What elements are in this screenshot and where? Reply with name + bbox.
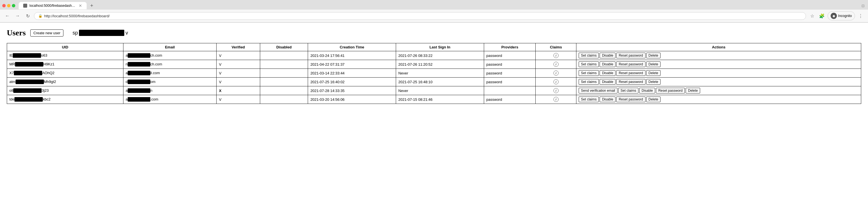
email-prefix: d [126,80,128,84]
claims-info-icon[interactable]: i [554,62,559,67]
disable-button[interactable]: Disable [600,53,616,58]
forward-button[interactable]: → [13,12,22,20]
new-tab-button[interactable]: + [88,2,96,10]
uid-suffix: Mh9gt2 [44,80,56,84]
url-bar[interactable]: 🔒 http://localhost:5000/firebasedashboar… [34,12,806,20]
maximize-window-button[interactable] [12,4,15,7]
email-redacted [128,53,150,58]
set-claims-button[interactable]: Set claims [579,61,599,67]
email-cell: a.com [123,95,217,104]
creation-time-cell: 2021-07-28 14:33:35 [308,86,396,95]
set-claims-button[interactable]: Set claims [579,79,599,85]
disabled-cell [260,86,308,95]
back-button[interactable]: ← [3,12,11,20]
last-sign-in-cell: 2021-07-26 08:33:22 [396,51,484,60]
disable-button[interactable]: Disable [600,79,616,85]
providers-cell: password [484,60,536,69]
verified-check-indicator: V [219,80,221,84]
tab-close-icon[interactable]: ✕ [79,4,82,8]
create-new-user-button[interactable]: Create new user [30,29,63,36]
reset-password-button[interactable]: Reset password [616,61,645,67]
claims-info-icon[interactable]: i [554,53,559,58]
table-header-row: UID Email Verified Disabled Creation Tim… [7,43,861,51]
claims-info-icon[interactable]: i [554,70,559,75]
set-claims-button[interactable]: Set claims [579,70,599,76]
claims-cell: i [536,95,577,104]
set-claims-button[interactable]: Set claims [579,97,599,102]
nav-right-controls: ☆ 🧩 ☻ Incognito ⋮ [808,11,865,20]
verified-x-indicator: X [219,89,221,93]
email-cell: an [123,86,217,95]
col-header-creation: Creation Time [308,43,396,51]
reset-password-button[interactable]: Reset password [616,97,645,102]
extensions-icon[interactable]: 🧩 [818,12,826,20]
disabled-cell [260,69,308,77]
reset-password-button[interactable]: Reset password [656,88,685,93]
uid-cell: o83j23 [7,86,123,95]
tab-title: localhost:5000/firebasedashb... [29,4,76,8]
email-redacted [128,88,150,93]
last-sign-in-cell: Never [396,69,484,77]
providers-cell: password [484,95,536,104]
uid-prefix: tde [9,97,14,101]
nav-bar: ← → ↻ 🔒 http://localhost:5000/firebaseda… [0,10,868,22]
uid-cell: MRH9Kz1 [7,60,123,69]
claims-info-icon[interactable]: i [554,88,559,93]
uid-prefix: X7 [9,71,14,75]
col-header-providers: Providers [484,43,536,51]
disable-button[interactable]: Disable [639,88,655,93]
reset-password-button[interactable]: Reset password [616,70,645,76]
refresh-button[interactable]: ↻ [24,12,32,20]
delete-button[interactable]: Delete [646,61,661,67]
delete-button[interactable]: Delete [646,53,661,58]
set-claims-button[interactable]: Set claims [579,53,599,58]
reset-password-button[interactable]: Reset password [616,79,645,85]
delete-button[interactable]: Delete [646,70,661,76]
reset-password-button[interactable]: Reset password [616,53,645,58]
claims-info-icon[interactable]: i [554,79,559,84]
set-claims-button[interactable]: Set claims [618,88,639,93]
search-prefix: sp [72,30,78,36]
window-controls-icon: ⊡ [860,3,866,8]
lock-icon: 🔒 [38,14,42,18]
claims-info-icon[interactable]: i [554,97,559,102]
delete-button[interactable]: Delete [646,97,661,102]
disabled-cell [260,60,308,69]
url-text: http://localhost:5000/firebasedashboard/ [44,14,110,18]
col-header-disabled: Disabled [260,43,308,51]
last-sign-in-cell: 2021-07-25 16:48:10 [396,77,484,86]
tab-bar: localhost:5000/firebasedashb... ✕ + ⊡ [0,0,868,10]
verified-cell: V [217,51,260,60]
incognito-label: Incognito [838,14,852,18]
table-row: X7AOhQ2ail.comV2021-03-14 22:33:44Neverp… [7,69,861,77]
verified-check-indicator: V [219,71,221,75]
email-suffix: ch.com [150,62,162,66]
more-options-icon[interactable]: ⋮ [857,12,865,20]
providers-cell: password [484,77,536,86]
uid-prefix: MR [9,62,15,66]
bookmark-icon[interactable]: ☆ [808,12,816,20]
delete-button[interactable]: Delete [686,88,700,93]
email-prefix: a [126,88,128,93]
creation-time-cell: 2021-04-22 07:31:37 [308,60,396,69]
actions-cell: Set claimsDisableReset passwordDelete [577,95,861,104]
uid-prefix: IE [9,53,13,58]
table-row: MRH9Kz1nch.comV2021-04-22 07:31:372021-0… [7,60,861,69]
disable-button[interactable]: Disable [600,70,616,76]
close-window-button[interactable] [2,4,6,7]
col-header-uid: UID [7,43,123,51]
incognito-button[interactable]: ☻ Incognito [828,11,855,20]
disabled-cell [260,95,308,104]
disable-button[interactable]: Disable [600,61,616,67]
delete-button[interactable]: Delete [646,79,661,85]
disable-button[interactable]: Disable [600,97,616,102]
active-tab[interactable]: localhost:5000/firebasedashb... ✕ [19,2,87,9]
table-row: o83j23anX2021-07-28 14:33:35NeveriSend v… [7,86,861,95]
minimize-window-button[interactable] [7,4,10,7]
verified-check-indicator: V [219,97,221,102]
search-suffix: v [125,30,128,36]
search-redacted [79,30,124,36]
uid-suffix: 3j23 [42,88,49,93]
send-verification-email-button[interactable]: Send verification email [579,88,617,93]
email-suffix: .com [150,97,158,101]
